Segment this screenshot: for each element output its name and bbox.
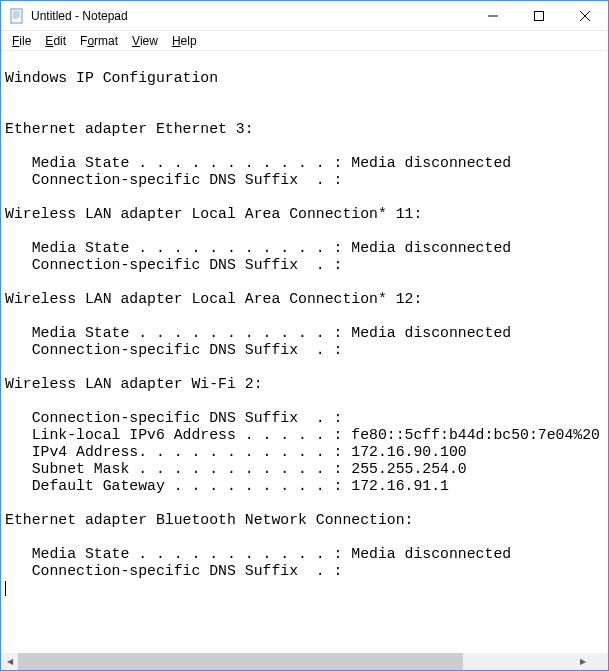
menu-edit[interactable]: Edit bbox=[38, 33, 73, 49]
maximize-button[interactable] bbox=[516, 1, 562, 30]
notepad-icon bbox=[9, 8, 25, 24]
resize-grip[interactable] bbox=[591, 653, 608, 670]
editor-content: Windows IP Configuration Ethernet adapte… bbox=[5, 70, 600, 579]
menubar: File Edit Format View Help bbox=[1, 31, 608, 51]
scrollbar-thumb[interactable] bbox=[18, 653, 463, 670]
menu-view[interactable]: View bbox=[125, 33, 165, 49]
horizontal-scrollbar[interactable]: ◀ ▶ bbox=[1, 653, 608, 670]
text-editor[interactable]: Windows IP Configuration Ethernet adapte… bbox=[1, 51, 608, 653]
menu-format[interactable]: Format bbox=[73, 33, 125, 49]
scrollbar-track[interactable] bbox=[18, 653, 574, 670]
titlebar[interactable]: Untitled - Notepad bbox=[1, 1, 608, 31]
svg-rect-6 bbox=[535, 11, 544, 20]
scroll-right-arrow-icon[interactable]: ▶ bbox=[574, 653, 591, 670]
menu-help[interactable]: Help bbox=[165, 33, 204, 49]
window-title: Untitled - Notepad bbox=[31, 9, 470, 23]
scroll-left-arrow-icon[interactable]: ◀ bbox=[1, 653, 18, 670]
minimize-button[interactable] bbox=[470, 1, 516, 30]
window-controls bbox=[470, 1, 608, 30]
close-button[interactable] bbox=[562, 1, 608, 30]
editor-container: Windows IP Configuration Ethernet adapte… bbox=[1, 51, 608, 670]
text-caret bbox=[5, 581, 6, 596]
menu-file[interactable]: File bbox=[5, 33, 38, 49]
